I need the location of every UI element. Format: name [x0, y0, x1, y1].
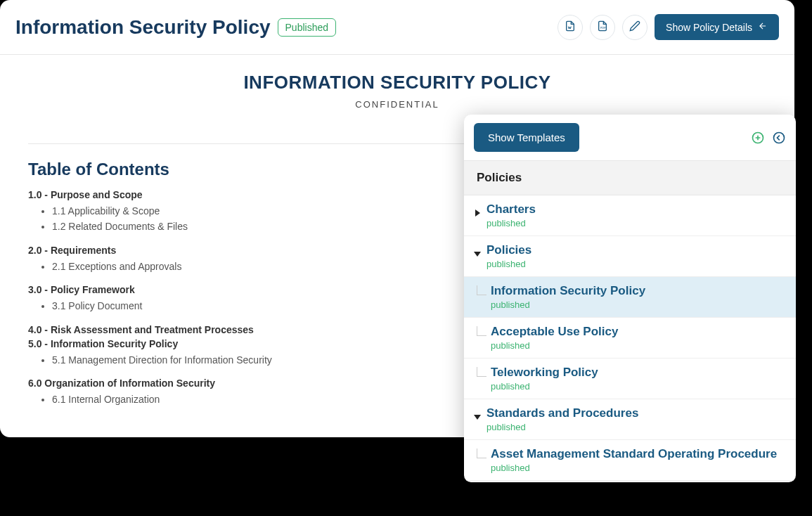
tree-indent-line	[477, 326, 486, 336]
header-bar: Information Security Policy Published PD…	[0, 0, 794, 55]
tree-row-title: Charters	[486, 202, 786, 217]
tree-row-title: Information Security Policy	[491, 284, 786, 298]
caret-right-icon[interactable]	[474, 207, 482, 219]
tree-row-content: Acceptable Use Policypublished	[491, 325, 786, 351]
word-doc-icon	[565, 20, 576, 34]
panel-top: Show Templates	[464, 115, 796, 160]
svg-text:PDF: PDF	[600, 26, 607, 30]
show-details-label: Show Policy Details	[666, 22, 752, 33]
page-title: Information Security Policy	[15, 16, 271, 39]
tree-row[interactable]: Asset Management Standard Operating Proc…	[464, 440, 796, 481]
tree-row-content: Asset Management Standard Operating Proc…	[491, 447, 786, 473]
header-right: PDF Show Policy Details	[558, 14, 779, 40]
svg-marker-7	[474, 252, 481, 257]
tree-row-status: published	[491, 381, 786, 392]
collapse-icon[interactable]	[772, 131, 786, 145]
svg-point-5	[774, 132, 785, 143]
caret-down-icon[interactable]	[474, 247, 482, 260]
tree-row[interactable]: Acceptable Use Policypublished	[464, 318, 796, 359]
tree-indent-line	[477, 285, 486, 295]
tree-row-title: Policies	[486, 243, 786, 257]
tree-row-status: published	[491, 340, 786, 351]
pdf-doc-icon: PDF	[597, 20, 608, 34]
tree-row-status: published	[486, 422, 786, 432]
show-templates-button[interactable]: Show Templates	[474, 123, 579, 152]
tree-indent-line	[477, 449, 486, 458]
tree-row-content: Teleworking Policypublished	[491, 366, 786, 392]
export-word-button[interactable]	[558, 15, 583, 40]
svg-marker-6	[475, 209, 480, 217]
tree-row-title: Teleworking Policy	[491, 366, 786, 380]
export-pdf-button[interactable]: PDF	[590, 15, 615, 40]
tree-row-status: published	[491, 299, 786, 310]
add-icon[interactable]	[751, 131, 765, 145]
policy-tree: CharterspublishedPoliciespublishedInform…	[464, 195, 796, 481]
tree-row[interactable]: Standards and Procedurespublished	[464, 399, 796, 440]
svg-marker-8	[474, 415, 481, 420]
tree-row-title: Standards and Procedures	[486, 406, 786, 420]
panel-top-icons	[751, 131, 786, 145]
tree-row-content: Policiespublished	[486, 243, 786, 269]
tree-row-title: Asset Management Standard Operating Proc…	[491, 447, 786, 461]
caret-down-icon[interactable]	[474, 411, 482, 423]
tree-row[interactable]: Teleworking Policypublished	[464, 359, 796, 399]
edit-button[interactable]	[622, 15, 647, 40]
tree-row-content: Information Security Policypublished	[491, 284, 786, 310]
document-title: INFORMATION SECURITY POLICY	[28, 72, 766, 93]
tree-row[interactable]: Information Security Policypublished	[464, 277, 796, 318]
tree-row-content: Standards and Procedurespublished	[486, 406, 786, 432]
document-subtitle: CONFIDENTIAL	[28, 99, 766, 110]
arrow-left-icon	[758, 21, 768, 33]
show-policy-details-button[interactable]: Show Policy Details	[655, 14, 779, 40]
policies-side-panel: Show Templates Policies Charterspublishe…	[464, 115, 796, 482]
pencil-icon	[629, 20, 640, 34]
header-left: Information Security Policy Published	[15, 16, 336, 39]
panel-heading: Policies	[464, 160, 796, 195]
tree-row-content: Charterspublished	[486, 202, 786, 228]
tree-row[interactable]: Policiespublished	[464, 236, 796, 277]
tree-row-status: published	[486, 259, 786, 269]
tree-row-status: published	[486, 218, 786, 228]
tree-row-title: Acceptable Use Policy	[491, 325, 786, 339]
tree-indent-line	[477, 367, 486, 377]
tree-row-status: published	[491, 463, 786, 473]
tree-row[interactable]: Charterspublished	[464, 195, 796, 236]
status-badge: Published	[278, 18, 337, 37]
